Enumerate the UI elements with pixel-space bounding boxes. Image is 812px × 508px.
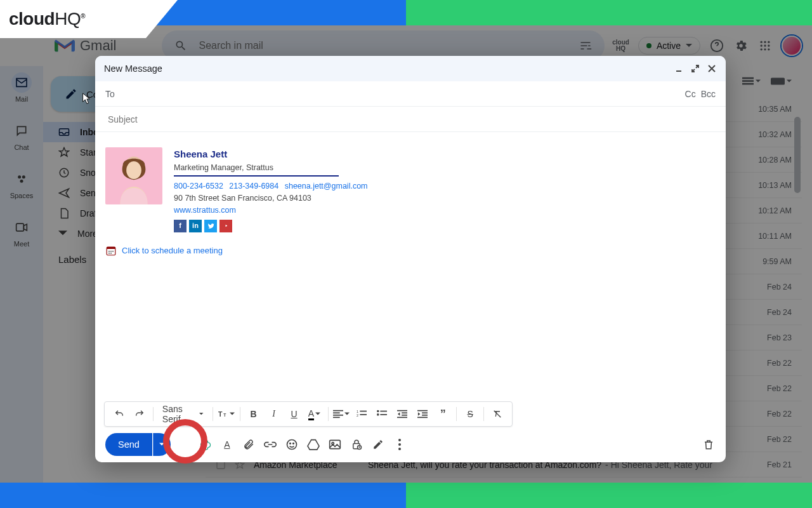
signature-icon[interactable] xyxy=(371,438,385,451)
split-toggle[interactable] xyxy=(742,77,761,86)
italic-icon[interactable]: I xyxy=(265,404,284,424)
svg-rect-34 xyxy=(333,415,343,416)
discard-icon[interactable] xyxy=(702,438,716,451)
twitter-icon[interactable] xyxy=(204,220,217,232)
active-status[interactable]: Active xyxy=(638,37,700,55)
svg-rect-37 xyxy=(360,411,367,412)
mail-time: Feb 23 xyxy=(767,333,792,342)
svg-point-60 xyxy=(398,443,401,446)
bullet-list-icon[interactable] xyxy=(372,404,391,424)
emoji-icon[interactable] xyxy=(285,438,299,451)
fullscreen-icon[interactable] xyxy=(690,64,700,74)
ai-icon[interactable] xyxy=(199,438,213,451)
tune-icon[interactable] xyxy=(578,38,593,53)
user-avatar[interactable] xyxy=(782,36,802,56)
confidential-icon[interactable] xyxy=(350,438,363,451)
meeting-link[interactable]: Click to schedule a meeting xyxy=(122,246,223,255)
cc-button[interactable]: Cc xyxy=(685,89,696,99)
numbered-list-icon[interactable]: 12 xyxy=(352,404,371,424)
chat-icon xyxy=(11,121,32,141)
svg-point-28 xyxy=(108,252,110,253)
youtube-icon[interactable] xyxy=(219,220,232,232)
active-label: Active xyxy=(657,41,681,51)
settings-icon[interactable] xyxy=(733,38,749,53)
meet-icon xyxy=(11,217,32,237)
indent-more-icon[interactable] xyxy=(413,404,432,424)
mail-time: Feb 24 xyxy=(767,283,792,291)
apps-icon[interactable] xyxy=(757,38,773,53)
sig-title: Marketing Manager, Strattus xyxy=(174,162,372,174)
font-size-icon[interactable]: TT xyxy=(217,404,236,424)
bold-icon[interactable]: B xyxy=(244,404,263,424)
registered-mark: ® xyxy=(81,13,85,20)
svg-point-7 xyxy=(761,48,763,50)
cloudhq-mini-icon[interactable]: cloudHQ xyxy=(612,39,629,52)
link-icon[interactable] xyxy=(263,438,277,451)
bcc-button[interactable]: Bcc xyxy=(701,89,716,99)
linkedin-icon[interactable]: in xyxy=(189,220,202,232)
more-icon[interactable] xyxy=(393,438,407,451)
inbox-icon xyxy=(58,128,70,137)
gmail-text: Gmail xyxy=(80,37,116,54)
to-field[interactable]: To Cc Bcc xyxy=(95,81,726,107)
align-icon[interactable] xyxy=(332,404,351,424)
svg-rect-48 xyxy=(417,410,428,411)
mail-icon xyxy=(11,72,32,93)
text-color-icon[interactable]: A xyxy=(305,404,324,424)
compose-title-text: New Message xyxy=(104,64,162,74)
subject-input[interactable] xyxy=(108,114,716,124)
to-label: To xyxy=(105,89,115,99)
send-row: Send A xyxy=(95,427,726,462)
rail-spaces[interactable]: Spaces xyxy=(10,169,34,199)
facebook-icon[interactable]: f xyxy=(174,220,187,232)
search-input[interactable] xyxy=(199,40,568,51)
scrollbar-thumb[interactable] xyxy=(794,117,801,193)
format-toggle-icon[interactable]: A xyxy=(220,438,234,451)
sig-phone2[interactable]: 213-349-6984 xyxy=(229,182,278,190)
svg-point-54 xyxy=(293,443,294,444)
subject-field[interactable] xyxy=(95,107,726,132)
svg-text:T: T xyxy=(223,413,226,417)
compose-body[interactable]: Sheena Jett Marketing Manager, Strattus … xyxy=(95,132,726,396)
sig-divider xyxy=(174,175,339,177)
svg-point-11 xyxy=(22,175,25,178)
to-input[interactable] xyxy=(117,89,685,99)
clear-format-icon[interactable] xyxy=(488,404,507,424)
mail-time: 10:11 AM xyxy=(758,232,792,241)
attach-icon[interactable] xyxy=(242,438,256,451)
redo-icon[interactable] xyxy=(130,404,149,424)
indent-less-icon[interactable] xyxy=(393,404,412,424)
quote-icon[interactable]: ” xyxy=(433,404,452,424)
image-icon[interactable] xyxy=(328,438,342,451)
rail-mail[interactable]: Mail xyxy=(11,72,32,103)
svg-point-22 xyxy=(126,161,141,179)
send-button[interactable]: Send xyxy=(105,433,152,456)
help-icon[interactable] xyxy=(709,38,724,53)
chevron-down-icon xyxy=(58,229,67,238)
underline-icon[interactable]: U xyxy=(285,404,304,424)
schedule-meeting[interactable]: Click to schedule a meeting xyxy=(105,245,716,257)
drive-icon[interactable] xyxy=(306,438,320,451)
svg-point-5 xyxy=(764,44,766,46)
svg-text:T: T xyxy=(218,410,223,418)
gmail-logo[interactable]: Gmail xyxy=(55,37,116,54)
send-icon xyxy=(58,187,70,199)
send-options[interactable] xyxy=(153,433,171,456)
sig-phone1[interactable]: 800-234-6532 xyxy=(174,182,223,190)
undo-icon[interactable] xyxy=(110,404,129,424)
rail-chat[interactable]: Chat xyxy=(11,121,32,151)
sig-email[interactable]: sheena.jett@gmail.com xyxy=(285,182,368,190)
svg-rect-50 xyxy=(422,415,428,416)
rail-meet[interactable]: Meet xyxy=(11,217,32,248)
font-select[interactable]: Sans Serif xyxy=(157,404,209,424)
svg-point-2 xyxy=(764,41,766,43)
sig-website[interactable]: www.strattus.com xyxy=(174,206,236,215)
strikethrough-icon[interactable]: S xyxy=(461,404,480,424)
input-mode[interactable] xyxy=(771,77,792,85)
close-icon[interactable] xyxy=(707,64,717,74)
svg-rect-16 xyxy=(742,77,754,79)
cloudhq-text1: cloud xyxy=(9,9,55,29)
compose-titlebar[interactable]: New Message xyxy=(95,56,726,81)
rail-label: Meet xyxy=(14,240,29,248)
minimize-icon[interactable] xyxy=(674,64,684,74)
